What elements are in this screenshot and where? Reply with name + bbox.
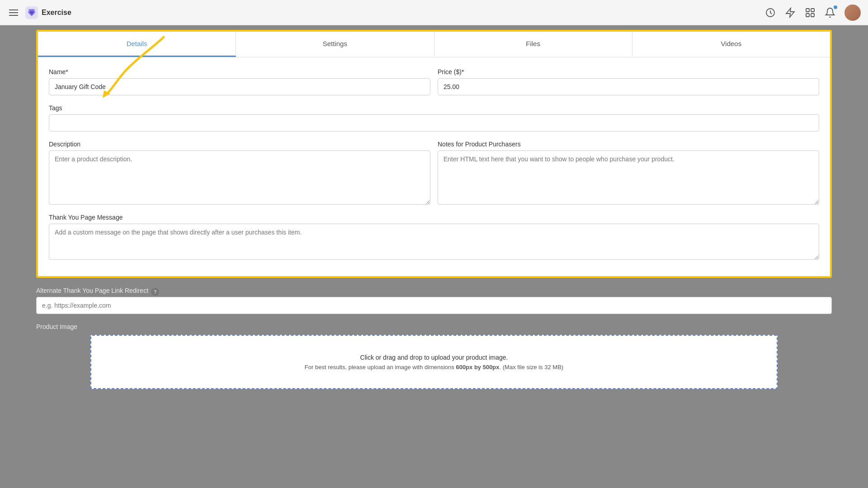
- tab-files[interactable]: Files: [434, 32, 632, 57]
- product-image-section: Product Image Click or drag and drop to …: [36, 323, 832, 389]
- tags-group: Tags: [49, 104, 819, 131]
- subtext-prefix: For best results, please upload an image…: [305, 364, 456, 371]
- thankyou-label: Thank You Page Message: [49, 214, 819, 221]
- bell-icon[interactable]: [825, 7, 835, 18]
- history-icon[interactable]: [765, 7, 776, 18]
- name-price-row: Name* Price ($)*: [49, 68, 819, 95]
- name-input[interactable]: [49, 78, 430, 95]
- highlighted-box: Details Settings Files Videos Name*: [36, 30, 832, 278]
- notification-badge: [834, 5, 837, 9]
- subtext-suffix: . (Max file size is 32 MB): [500, 364, 564, 371]
- nav-right: [765, 5, 861, 21]
- thankyou-group: Thank You Page Message: [49, 214, 819, 260]
- logo-icon: [25, 6, 38, 19]
- tab-settings[interactable]: Settings: [236, 32, 434, 57]
- product-image-label: Product Image: [36, 323, 832, 330]
- name-group: Name*: [49, 68, 430, 95]
- hamburger-menu[interactable]: [7, 8, 20, 18]
- subtext-dimensions: 600px by 500px: [456, 364, 499, 371]
- image-upload-area[interactable]: Click or drag and drop to upload your pr…: [90, 335, 778, 389]
- redirect-label-area: Alternate Thank You Page Link Redirect ?: [36, 287, 832, 297]
- grid-icon[interactable]: [805, 7, 816, 18]
- tab-details[interactable]: Details: [38, 32, 236, 57]
- price-label: Price ($)*: [438, 68, 819, 75]
- notes-textarea[interactable]: [438, 150, 819, 205]
- svg-rect-8: [811, 14, 814, 17]
- avatar[interactable]: [844, 5, 861, 21]
- description-group: Description: [49, 141, 430, 205]
- top-navigation: Exercise: [0, 0, 868, 25]
- thankyou-textarea[interactable]: [49, 224, 819, 260]
- redirect-group: Alternate Thank You Page Link Redirect ?: [36, 282, 832, 314]
- name-label: Name*: [49, 68, 430, 75]
- description-label: Description: [49, 141, 430, 148]
- tags-row: Tags: [49, 104, 819, 131]
- price-input[interactable]: [438, 78, 819, 95]
- image-upload-subtext: For best results, please upload an image…: [305, 364, 563, 371]
- description-notes-row: Description Notes for Product Purchasers: [49, 141, 819, 205]
- app-name: Exercise: [42, 9, 71, 17]
- tags-input[interactable]: [49, 114, 819, 131]
- svg-marker-4: [786, 8, 794, 17]
- redirect-label: Alternate Thank You Page Link Redirect: [36, 287, 148, 294]
- form-content: Name* Price ($)* Tags: [38, 57, 830, 276]
- redirect-input[interactable]: [36, 297, 832, 314]
- avatar-image: [844, 5, 861, 21]
- main-content: Details Settings Files Videos Name*: [0, 30, 868, 488]
- svg-rect-5: [806, 9, 809, 12]
- tab-bar: Details Settings Files Videos: [38, 32, 830, 57]
- thankyou-row: Thank You Page Message: [49, 214, 819, 260]
- image-upload-text: Click or drag and drop to upload your pr…: [360, 354, 508, 361]
- svg-rect-7: [806, 14, 809, 17]
- help-icon[interactable]: ?: [151, 288, 159, 296]
- tab-videos[interactable]: Videos: [632, 32, 830, 57]
- logo-area: Exercise: [25, 6, 71, 19]
- svg-rect-6: [811, 9, 814, 12]
- nav-left: Exercise: [7, 6, 765, 19]
- lightning-icon[interactable]: [785, 7, 796, 18]
- outside-content: Alternate Thank You Page Link Redirect ?…: [0, 282, 868, 389]
- tags-label: Tags: [49, 104, 819, 112]
- price-group: Price ($)*: [438, 68, 819, 95]
- notes-group: Notes for Product Purchasers: [438, 141, 819, 205]
- notes-label: Notes for Product Purchasers: [438, 141, 819, 148]
- description-textarea[interactable]: [49, 150, 430, 205]
